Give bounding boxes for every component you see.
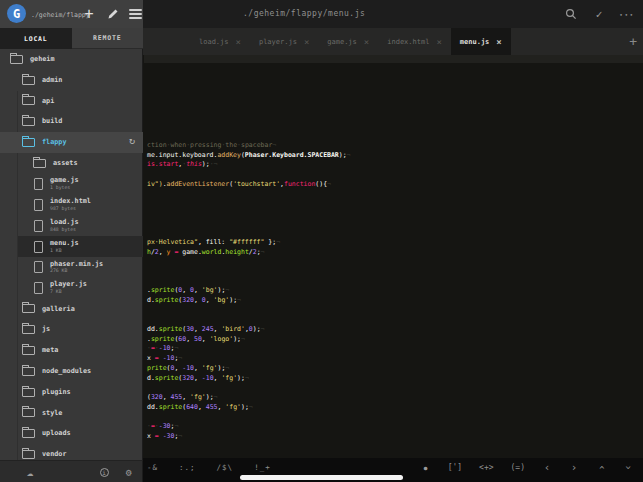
key-bracket-quote[interactable]: [']	[448, 463, 462, 472]
info-button[interactable]: i	[97, 465, 111, 479]
symbol-keys-group: -&:.;/$\!_+	[147, 458, 271, 476]
file-sidebar: LOCAL REMOTE geheimadminapibuildflappy↻a…	[0, 28, 143, 460]
code-line: me.input.keyboard.addKey(Phaser.Keyboard…	[147, 151, 351, 161]
tree-item-js[interactable]: js	[0, 319, 143, 340]
key-colon-semicolon[interactable]: :.;	[179, 463, 196, 472]
editor-tab-index.html[interactable]: index.html×	[378, 28, 451, 55]
code-line: is.start,·this);·¬	[147, 160, 351, 170]
tree-item-build[interactable]: build	[0, 111, 143, 132]
sidebar-footer: ☁ i ⚙	[0, 460, 143, 482]
refresh-icon[interactable]: ↻	[129, 135, 135, 146]
item-name: plugins	[42, 389, 71, 396]
tree-item-assets[interactable]: assets	[0, 153, 143, 174]
confirm-button[interactable]: ✓	[591, 6, 607, 22]
code-line	[147, 267, 351, 277]
editor-top-strip	[144, 55, 643, 63]
tree-item-game.js[interactable]: game.js1 bytes	[0, 174, 143, 195]
settings-button[interactable]: ⚙	[122, 465, 136, 479]
code-line: .sprite(0, 0, 'bg');¬	[147, 286, 351, 296]
item-size: 1 KB	[50, 249, 79, 254]
tree-item-menu.js[interactable]: menu.js1 KB	[0, 236, 143, 257]
editor-tab-menu.js[interactable]: menu.js×	[451, 28, 511, 55]
menu-button[interactable]	[126, 6, 144, 22]
tree-item-plugins[interactable]: plugins	[0, 382, 143, 403]
key-paren-equals[interactable]: (=)	[511, 463, 525, 472]
close-tab-icon[interactable]: ×	[364, 37, 369, 47]
code-line	[147, 170, 351, 180]
close-tab-icon[interactable]: ×	[436, 37, 441, 47]
sidebar-header: G ./geheim/flappy +	[0, 0, 143, 28]
item-name: player.js	[50, 281, 87, 288]
tree-item-phaser.min.js[interactable]: phaser.min.js276 KB	[0, 257, 143, 278]
folder-icon	[10, 55, 23, 64]
tree-item-node_modules[interactable]: node_modules	[0, 361, 143, 382]
folder-icon	[22, 388, 35, 397]
tree-item-player.js[interactable]: player.js7 KB	[0, 278, 143, 299]
more-options-button[interactable]: •••	[619, 6, 635, 22]
code-line	[147, 219, 351, 229]
cursor-up-button[interactable]: ›	[595, 462, 608, 472]
file-icon	[34, 241, 43, 253]
file-icon	[34, 178, 43, 190]
code-line: dd.sprite(640, 455, 'fg');¬	[147, 403, 351, 413]
code-editor-app: G ./geheim/flappy + ./geheim/flappy/menu…	[0, 0, 643, 482]
folder-icon	[22, 325, 35, 334]
code-line: iv").addEventListener('touchstart',funct…	[147, 180, 351, 190]
editor-tab-game.js[interactable]: game.js×	[318, 28, 378, 55]
key-angle-plus[interactable]: <+>	[479, 463, 493, 472]
close-tab-icon[interactable]: ×	[496, 37, 501, 47]
item-name: vendor	[42, 451, 67, 458]
tree-item-flappy[interactable]: flappy↻	[0, 132, 143, 153]
code-line	[147, 189, 351, 199]
item-name: meta	[42, 347, 58, 354]
file-tree: geheimadminapibuildflappy↻assetsgame.js1…	[0, 49, 143, 460]
tree-item-vendor[interactable]: vendor	[0, 444, 143, 460]
cursor-left-button[interactable]: ‹	[542, 461, 552, 474]
search-button[interactable]	[563, 6, 579, 22]
tree-item-uploads[interactable]: uploads	[0, 423, 143, 444]
item-name: flappy	[42, 139, 67, 146]
code-line	[147, 451, 351, 458]
close-tab-icon[interactable]: ×	[304, 37, 309, 47]
search-icon	[565, 8, 577, 20]
tree-item-style[interactable]: style	[0, 403, 143, 424]
home-indicator[interactable]	[240, 475, 403, 480]
code-line	[147, 315, 351, 325]
edit-button[interactable]	[104, 6, 122, 22]
key-exclaim-underscore[interactable]: !_+	[254, 463, 271, 472]
key-dash-amp[interactable]: -&	[147, 463, 158, 472]
item-name: admin	[42, 77, 62, 84]
new-tab-button[interactable]: +	[629, 28, 637, 55]
code-line: ction·when·pressing·the·spacebar¬	[147, 141, 351, 151]
item-name: load.js	[50, 219, 79, 226]
sync-button[interactable]: ☁	[23, 465, 37, 479]
tab-remote[interactable]: REMOTE	[72, 28, 144, 49]
tree-item-meta[interactable]: meta	[0, 340, 143, 361]
code-editor-pane[interactable]: ction·when·pressing·the·spacebar¬me.inpu…	[144, 55, 643, 458]
cursor-right-button[interactable]: ›	[569, 461, 579, 474]
add-file-button[interactable]: +	[80, 6, 98, 22]
folder-icon	[22, 138, 35, 147]
cursor-down-button[interactable]: ›	[622, 462, 635, 472]
code-content[interactable]: ction·when·pressing·the·spacebar¬me.inpu…	[147, 141, 351, 458]
code-line: x = -10;¬	[147, 354, 351, 364]
folder-icon	[33, 159, 46, 168]
tree-item-galleria[interactable]: galleria	[0, 299, 143, 320]
editor-tab-load.js[interactable]: load.js×	[190, 28, 250, 55]
tree-item-geheim[interactable]: geheim	[0, 49, 143, 70]
close-tab-icon[interactable]: ×	[236, 37, 241, 47]
tree-item-index.html[interactable]: index.html987 bytes	[0, 195, 143, 216]
app-logo-icon[interactable]: G	[7, 4, 26, 23]
file-icon	[34, 282, 43, 294]
code-line	[147, 228, 351, 238]
tree-item-api[interactable]: api	[0, 91, 143, 112]
code-line: px·Helvetica", fill: "#ffffff" };¬	[147, 238, 351, 248]
tab-local[interactable]: LOCAL	[0, 28, 72, 49]
key-slash-dollar[interactable]: /$\	[217, 463, 234, 472]
editor-tab-player.js[interactable]: player.js×	[250, 28, 318, 55]
code-line	[147, 277, 351, 287]
tree-item-admin[interactable]: admin	[0, 70, 143, 91]
code-line: prite(0, -10, 'fg');¬	[147, 364, 351, 374]
modified-dot[interactable]: ●	[421, 464, 431, 471]
tree-item-load.js[interactable]: load.js848 bytes	[0, 215, 143, 236]
